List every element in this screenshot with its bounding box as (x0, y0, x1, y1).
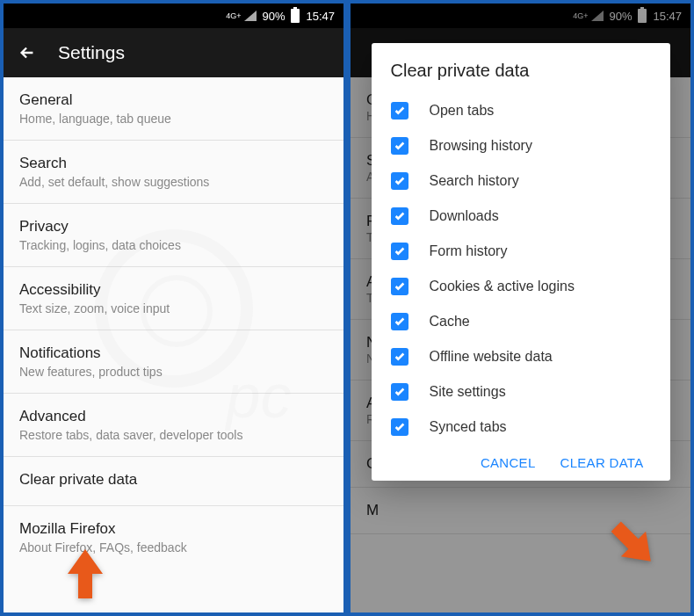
clear-data-dialog: Clear private data Open tabs Browsing hi… (372, 43, 670, 481)
checkbox-icon[interactable] (391, 172, 408, 190)
toolbar: Settings (4, 28, 343, 77)
annotation-arrow-left (63, 547, 107, 600)
checkbox-icon[interactable] (391, 418, 408, 436)
item-subtitle: New features, product tips (19, 365, 328, 379)
phone-right: 4G+ 90% 15:47 risk.com GH SA PT AT NN AR… (347, 0, 694, 616)
item-subtitle: Add, set default, show suggestions (19, 175, 328, 189)
item-subtitle: Restore tabs, data saver, developer tool… (19, 428, 328, 442)
settings-item-notifications[interactable]: Notifications New features, product tips (4, 330, 343, 394)
checkbox-icon[interactable] (391, 243, 408, 260)
option-label: Site settings (430, 384, 506, 400)
toolbar-title: Settings (58, 42, 125, 63)
status-bar: 4G+ 90% 15:47 (4, 4, 343, 28)
back-icon[interactable] (18, 43, 37, 62)
item-title: Clear private data (19, 471, 328, 489)
option-synced-tabs[interactable]: Synced tabs (391, 409, 651, 445)
phone-left: 4G+ 90% 15:47 Settings pc General Home, … (0, 0, 347, 616)
option-label: Downloads (430, 208, 499, 224)
item-subtitle: Home, language, tab queue (19, 112, 328, 126)
item-title: Accessibility (19, 281, 328, 299)
option-open-tabs[interactable]: Open tabs (391, 93, 651, 128)
clear-data-button[interactable]: CLEAR DATA (560, 455, 644, 470)
option-search-history[interactable]: Search history (391, 163, 651, 199)
annotation-arrow-right (611, 518, 655, 570)
option-label: Search history (430, 173, 519, 189)
item-title: Privacy (19, 218, 328, 236)
checkbox-icon[interactable] (391, 102, 408, 120)
checkbox-icon[interactable] (391, 137, 408, 155)
item-title: Mozilla Firefox (19, 520, 328, 538)
option-label: Cookies & active logins (430, 279, 575, 294)
option-cache[interactable]: Cache (391, 304, 651, 339)
option-downloads[interactable]: Downloads (391, 199, 651, 234)
battery-percent: 90% (262, 10, 285, 23)
settings-item-clear-private-data[interactable]: Clear private data (4, 457, 343, 506)
checkbox-icon[interactable] (391, 383, 408, 401)
settings-list[interactable]: General Home, language, tab queue Search… (4, 77, 343, 612)
item-title: General (19, 91, 328, 109)
option-label: Form history (430, 243, 508, 259)
option-label: Synced tabs (430, 419, 507, 435)
checkbox-icon[interactable] (391, 278, 408, 295)
settings-item-mozilla[interactable]: Mozilla Firefox About Firefox, FAQs, fee… (4, 506, 343, 569)
settings-item-search[interactable]: Search Add, set default, show suggestion… (4, 141, 343, 204)
option-label: Offline website data (430, 349, 553, 365)
checkbox-icon[interactable] (391, 207, 408, 225)
settings-item-accessibility[interactable]: Accessibility Text size, zoom, voice inp… (4, 267, 343, 330)
option-site-settings[interactable]: Site settings (391, 374, 651, 409)
checkbox-icon[interactable] (391, 348, 408, 366)
cancel-button[interactable]: CANCEL (481, 455, 536, 470)
item-subtitle: Text size, zoom, voice input (19, 301, 328, 315)
item-subtitle: Tracking, logins, data choices (19, 238, 328, 252)
option-browsing-history[interactable]: Browsing history (391, 128, 651, 163)
network-indicator: 4G+ (226, 11, 241, 20)
dialog-actions: CANCEL CLEAR DATA (391, 455, 651, 470)
clock: 15:47 (306, 10, 335, 23)
settings-item-general[interactable]: General Home, language, tab queue (4, 77, 343, 141)
option-form-history[interactable]: Form history (391, 234, 651, 269)
option-label: Open tabs (430, 103, 495, 119)
settings-item-privacy[interactable]: Privacy Tracking, logins, data choices (4, 204, 343, 267)
dialog-title: Clear private data (391, 61, 651, 81)
option-label: Cache (430, 314, 470, 330)
checkbox-icon[interactable] (391, 313, 408, 330)
signal-icon (244, 11, 257, 21)
item-title: Advanced (19, 408, 328, 425)
option-cookies[interactable]: Cookies & active logins (391, 269, 651, 304)
option-label: Browsing history (430, 138, 532, 154)
option-offline-data[interactable]: Offline website data (391, 339, 651, 374)
settings-item-advanced[interactable]: Advanced Restore tabs, data saver, devel… (4, 394, 343, 457)
item-title: Search (19, 155, 328, 172)
battery-icon (291, 9, 300, 23)
item-title: Notifications (19, 344, 328, 362)
